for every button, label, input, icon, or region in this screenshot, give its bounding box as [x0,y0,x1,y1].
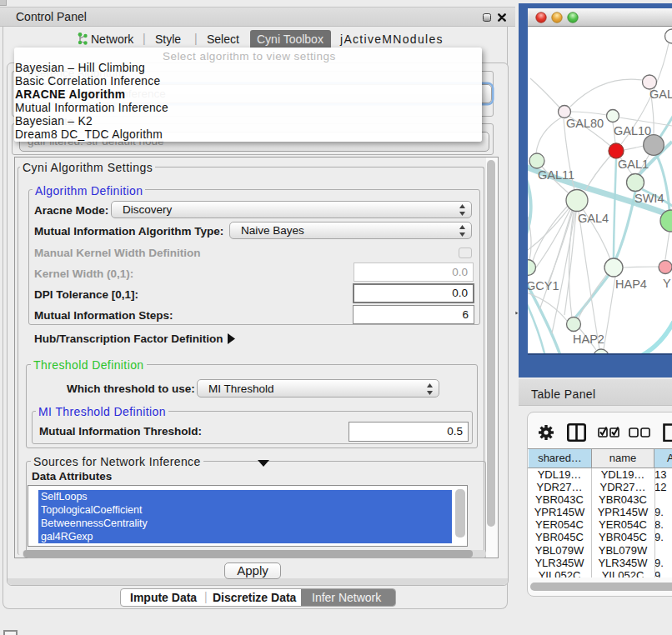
svg-text:Y: Y [663,277,671,290]
svg-text:GCY1: GCY1 [528,279,559,292]
svg-text:GAL1: GAL1 [618,158,649,171]
svg-text:SWI4: SWI4 [634,192,664,205]
svg-text:GAL80: GAL80 [566,117,604,130]
svg-text:HAP2: HAP2 [573,332,604,346]
svg-text:GAL4: GAL4 [578,212,609,225]
svg-text:HAP4: HAP4 [615,278,647,291]
svg-text:GAL: GAL [649,88,672,101]
svg-text:GAL10: GAL10 [614,124,651,138]
svg-text:GAL11: GAL11 [538,168,574,182]
